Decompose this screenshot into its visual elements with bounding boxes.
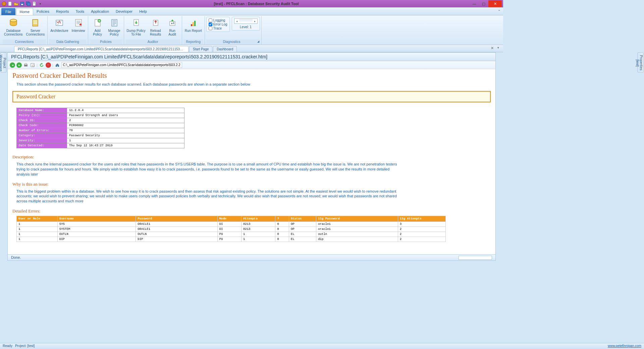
tab-home[interactable]: Home [16, 8, 33, 15]
nav-back-icon[interactable]: ◂ [10, 62, 15, 68]
manage-policy-icon [109, 17, 120, 28]
table-row: 1SYSTEMORACLE1DI82130OPoracle12 [17, 227, 446, 232]
run-report-button[interactable]: Run Report [183, 17, 203, 33]
err-cell: PU [217, 232, 241, 237]
print-preview-icon[interactable] [30, 62, 35, 68]
errors-table: User or RoleUsernamePasswordModeAttempts… [16, 216, 446, 242]
reload-results-label: Reload Results [150, 29, 161, 36]
meta-key: Category: [17, 133, 67, 138]
tab-tools[interactable]: Tools [72, 7, 88, 15]
home-icon[interactable] [55, 62, 60, 68]
svg-rect-1 [8, 2, 11, 6]
err-cell: DI [217, 222, 241, 227]
svg-rect-5 [27, 3, 30, 6]
add-policy-button[interactable]: Add Policy [90, 17, 106, 37]
logging-checkbox[interactable] [209, 18, 212, 22]
err-cell: 1 [241, 232, 275, 237]
doc-tab-dashboard[interactable]: Dashboard [213, 46, 237, 52]
err-cell: ORACLE1 [136, 227, 218, 232]
qat-new-icon[interactable] [7, 1, 13, 6]
file-menu[interactable]: File [1, 8, 15, 15]
meta-value: 1 [67, 138, 184, 143]
maximize-button[interactable]: ▢ [479, 0, 488, 7]
collapse-ribbon-icon[interactable]: ⌃ [495, 7, 503, 15]
architecture-label: Architecture [50, 29, 68, 33]
tab-close-icon[interactable]: ✕ [491, 46, 494, 50]
trace-checkbox-row[interactable]: Trace [209, 27, 227, 30]
minimize-button[interactable]: — [470, 0, 479, 7]
auditor-group-label: Auditor [125, 39, 180, 45]
close-button[interactable]: ✕ [488, 0, 502, 7]
stop-icon[interactable]: − [46, 62, 51, 68]
nav-forward-icon[interactable]: ▸ [16, 62, 22, 68]
err-cell: 2 [398, 232, 445, 237]
error-log-checkbox[interactable] [209, 22, 212, 26]
run-audit-button[interactable]: Run Audit [164, 17, 180, 37]
err-cell: DIP [57, 237, 136, 242]
err-cell: 1 [17, 237, 58, 242]
architecture-button[interactable]: Architecture [49, 17, 69, 33]
table-row: 1DIPDIPPU10ELdip2 [17, 237, 446, 242]
level-increase-button[interactable]: ▸ [253, 19, 257, 23]
interview-button[interactable]: Interview [70, 17, 87, 33]
err-cell: oracle1 [316, 227, 398, 232]
meta-value: Password Strength and Users [67, 113, 184, 118]
qat-saveall-icon[interactable] [25, 1, 31, 6]
svg-rect-8 [34, 3, 35, 3]
report-title: Password Cracker Detailed Results [12, 72, 491, 80]
err-header: Password [136, 216, 218, 222]
diagnostics-group-label: Diagnostics◢ [206, 39, 260, 45]
report-subtitle: This section shows the password cracker … [16, 82, 491, 86]
run-report-icon [188, 17, 199, 28]
trace-checkbox[interactable] [209, 27, 212, 30]
meta-key: Date Detected: [17, 143, 67, 148]
logging-checkbox-row[interactable]: Logging [209, 18, 227, 22]
tab-policies[interactable]: Policies [33, 7, 53, 15]
add-policy-label: Add Policy [93, 29, 102, 36]
svg-rect-6 [33, 2, 36, 6]
database-icon [8, 17, 19, 28]
level-track[interactable] [239, 19, 253, 23]
refresh-icon[interactable] [39, 62, 44, 68]
why-heading: Why is this an issue: [12, 182, 491, 187]
manage-policy-label: Manage Policy [108, 29, 120, 36]
svg-rect-26 [194, 21, 196, 26]
tab-help[interactable]: Help [136, 7, 150, 15]
title-bar: ▾ [test] - PFCLScan : Database Security … [0, 0, 503, 7]
ribbon-group-auditor: Dump Policy To File Reload Results Run A… [124, 16, 182, 45]
meta-row: Severity:1 [17, 138, 184, 143]
meta-row: Database Name:11.2.0.4 [17, 108, 184, 113]
error-log-checkbox-row[interactable]: Error Log [209, 22, 227, 26]
qat-save-icon[interactable] [19, 1, 25, 6]
svg-rect-20 [112, 19, 117, 26]
project-workspace-panel[interactable]: Project Workspace [1, 52, 7, 72]
meta-value: Password Security [67, 133, 184, 138]
dump-policy-button[interactable]: Dump Policy To File [125, 17, 147, 37]
meta-key: Severity: [17, 138, 67, 143]
reload-icon [150, 17, 161, 28]
tab-menu-icon[interactable]: ▾ [497, 46, 499, 49]
doc-tab-report[interactable]: PFCLReports [C:\_aa\PD\PeteFinnigan.com … [14, 46, 189, 52]
reload-results-button[interactable]: Reload Results [148, 17, 164, 37]
diagnostics-launcher-icon[interactable]: ◢ [257, 40, 259, 43]
app-icon[interactable] [1, 1, 7, 6]
server-connections-button[interactable]: Server Connections [25, 17, 46, 37]
meta-row: Check ID:2 [17, 118, 184, 123]
level-decrease-button[interactable]: ◂ [234, 19, 239, 23]
database-connections-button[interactable]: Database Connections [3, 17, 24, 37]
tab-developer[interactable]: Developer [112, 7, 136, 15]
menu-bar: File Home Policies Reports Tools Applica… [0, 7, 503, 15]
qat-dropdown-icon[interactable]: ▾ [38, 1, 43, 6]
manage-policy-button[interactable]: Manage Policy [106, 17, 122, 37]
tab-application[interactable]: Application [88, 7, 112, 15]
meta-row: Date Detected:Thu Sep 12 10:43:27 2019 [17, 143, 184, 148]
print-icon[interactable] [23, 62, 29, 68]
qat-open-icon[interactable] [13, 1, 19, 6]
qat-page-icon[interactable] [32, 1, 37, 6]
dump-policy-label: Dump Policy To File [127, 29, 146, 36]
doc-tab-start-page[interactable]: Start Page [189, 46, 212, 52]
err-cell: DIP [136, 237, 218, 242]
address-input[interactable] [61, 62, 182, 68]
tab-reports[interactable]: Reports [53, 7, 72, 15]
err-cell: OUTLN [57, 232, 136, 237]
